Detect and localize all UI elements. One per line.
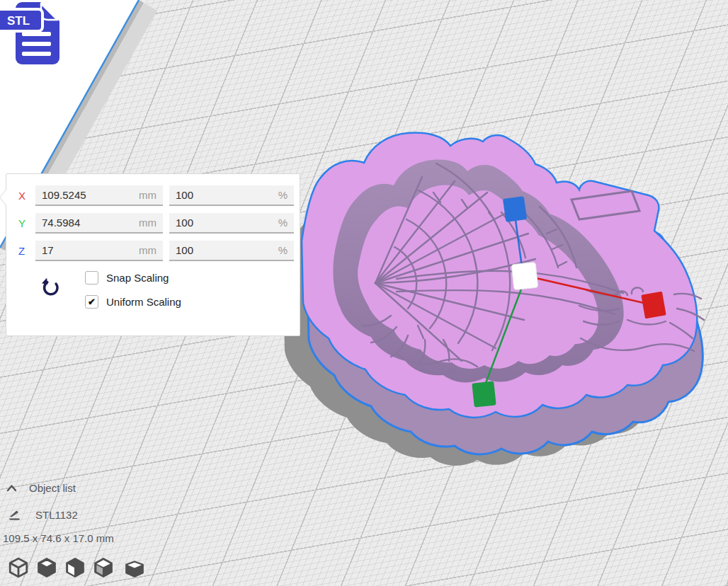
axis-x-label: X (18, 190, 29, 202)
scale-handle-center[interactable] (511, 262, 538, 289)
stl-badge-label: STL (7, 14, 30, 28)
axis-y-label: Y (18, 217, 29, 229)
scale-z-percent-input[interactable] (176, 244, 278, 256)
uniform-scaling-label: Uniform Scaling (106, 296, 181, 308)
object-name: STL1132 (35, 509, 78, 521)
scale-row-x: X mm % (6, 185, 300, 206)
scale-handle-z[interactable] (503, 196, 527, 222)
view-mode-buttons (8, 557, 145, 578)
model-dimensions: 109.5 x 74.6 x 17.0 mm (3, 532, 114, 544)
cube-top-open-icon (93, 557, 114, 578)
view-cube-flat-top-button[interactable] (124, 557, 145, 578)
scale-x-mm-input[interactable] (42, 189, 139, 201)
cube-solid-icon (36, 557, 57, 578)
snap-scaling-label: Snap Scaling (106, 272, 169, 284)
stl-file-thumbnail: STL (0, 0, 65, 69)
uniform-scaling-checkbox[interactable]: ✔ Uniform Scaling (85, 295, 181, 309)
scale-options-row: Snap Scaling ✔ Uniform Scaling (6, 271, 300, 309)
scale-tool-panel: X mm % Y mm % Z mm (6, 173, 300, 336)
object-list-title: Object list (29, 482, 76, 494)
view-cube-top-open-button[interactable] (93, 557, 114, 578)
chevron-up-icon (6, 484, 17, 492)
unit-percent-label: % (278, 244, 288, 256)
axis-z-label: Z (18, 245, 29, 257)
panel-anchor-arrow (0, 190, 6, 205)
application-window: STL X mm % Y mm % (0, 0, 728, 586)
view-cube-wireframe-button[interactable] (8, 557, 29, 578)
snap-scaling-checkbox[interactable]: Snap Scaling (85, 271, 181, 285)
unit-mm-label: mm (139, 244, 157, 256)
reset-icon (40, 277, 61, 298)
scale-handle-y[interactable] (472, 381, 496, 408)
view-cube-front-open-button[interactable] (64, 557, 86, 578)
object-list-item[interactable]: STL1132 (8, 508, 78, 521)
view-cube-solid-button[interactable] (36, 557, 57, 578)
object-list-header[interactable]: Object list (6, 482, 76, 494)
uniform-scaling-box: ✔ (85, 295, 98, 309)
cube-flat-top-icon (124, 557, 145, 578)
scale-x-percent-input[interactable] (176, 189, 278, 201)
scale-y-percent-input[interactable] (176, 217, 278, 229)
cube-front-open-icon (64, 557, 86, 578)
unit-percent-label: % (278, 189, 288, 201)
stl-file-icon: STL (0, 0, 65, 69)
pencil-icon (8, 508, 21, 521)
unit-percent-label: % (278, 217, 288, 229)
scale-y-mm-input[interactable] (42, 217, 139, 229)
scale-row-z: Z mm % (6, 241, 300, 261)
unit-mm-label: mm (139, 189, 157, 201)
scale-z-mm-input[interactable] (42, 244, 139, 256)
scale-handle-x[interactable] (641, 292, 666, 319)
reset-scale-button[interactable] (40, 277, 61, 300)
snap-scaling-box (85, 271, 98, 285)
cube-wireframe-icon (8, 557, 29, 578)
unit-mm-label: mm (139, 217, 157, 229)
scale-row-y: Y mm % (6, 213, 300, 234)
